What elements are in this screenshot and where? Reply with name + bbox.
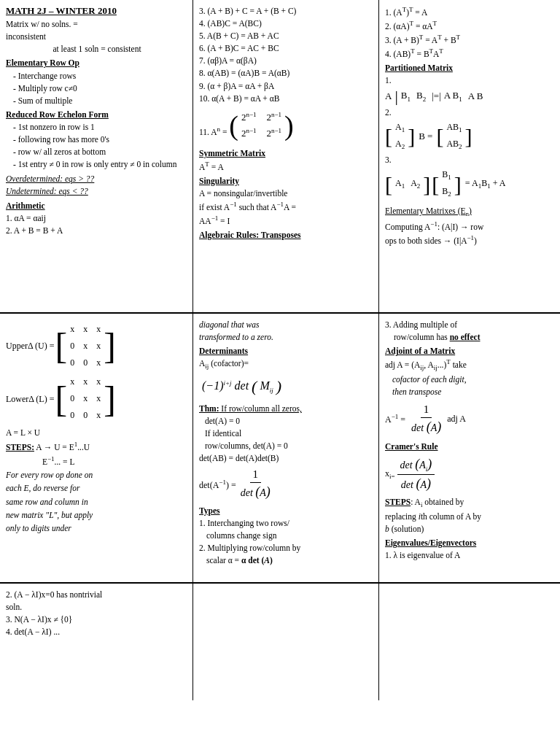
- upper-r3: 00x: [70, 355, 101, 371]
- part-label3: 3.: [385, 154, 556, 166]
- ainv-label: A−1 =: [385, 412, 405, 426]
- singularity-header: Singularity: [199, 175, 374, 187]
- elem-mat-underline: Elementary Matrixes (En): [385, 206, 472, 215]
- types-header: Types: [199, 505, 374, 516]
- new-matrix: new matrix "L", but apply: [6, 509, 188, 522]
- sym1: AT = A: [199, 160, 374, 173]
- pm1-B1: B1: [401, 89, 411, 104]
- bot1b: soln.: [6, 601, 188, 613]
- main-title: MATH 2J – WINTER 2010: [6, 4, 188, 18]
- pm2-B: B =: [419, 130, 432, 143]
- mid-section: UpperΔ (U) = [ xxx 0xx 00x ] LowerΔ (L) …: [0, 314, 560, 584]
- cramers-rule-header: Cramer's Rule: [385, 441, 556, 452]
- pm3-eq: = A1B1 + A: [465, 177, 506, 191]
- pm3-A2: A2: [411, 177, 420, 191]
- type2b: scalar α = α det (A): [199, 554, 374, 566]
- a-italic: A: [264, 556, 270, 565]
- e1-l: E−1... = L: [6, 454, 188, 468]
- upper-delta-block: UpperΔ (U) = [ xxx 0xx 00x ]: [6, 321, 188, 371]
- adj-transpose: then transpose: [385, 386, 556, 398]
- trans4: 4. (AB)T = BTAT: [385, 47, 556, 60]
- pm3-B2: B2: [442, 184, 451, 201]
- at-least: at least 1 soln = consistent: [6, 43, 188, 55]
- steps-label: STEPS:: [6, 443, 34, 452]
- sing1: A = nonsingular/invertible: [199, 187, 374, 199]
- lower-delta-block: LowerΔ (L) = [ xxx 0xx 00x ]: [6, 374, 188, 423]
- ainv-den: det (A): [408, 418, 444, 436]
- type1: 1. Interchanging two rows/: [199, 517, 374, 529]
- det-paren-l: (: [252, 377, 257, 395]
- mid-col1: UpperΔ (U) = [ xxx 0xx 00x ] LowerΔ (L) …: [0, 314, 193, 582]
- steps-u: STEPS: A → U = E1...U: [6, 440, 188, 454]
- pm3-lb2: [: [432, 174, 439, 194]
- partitioned-header: Partitioned Matrix: [385, 62, 556, 74]
- aij-cofactor: Aij (cofactor)=: [199, 357, 374, 371]
- rref4: - 1st entry ≠ 0 in row is only entry ≠ 0…: [6, 158, 188, 170]
- det-paren-r: ): [276, 377, 281, 395]
- bot-section: 2. (A − λI)x=0 has nontrivial soln. 3. N…: [0, 584, 560, 700]
- bot3: 4. det(A − λI) ...: [6, 626, 188, 638]
- determinants-header: Determinants: [199, 345, 374, 357]
- eq8: 8. α(AB) = (αA)B = A(αB): [199, 67, 374, 79]
- ainv-block: A−1 = 1 det (A) adj A: [385, 402, 556, 436]
- pm3-A1: A1: [395, 177, 405, 191]
- det-inv-num: 1: [250, 467, 262, 483]
- eigen1: 1. λ is eigenvalue of A: [385, 549, 556, 561]
- upper-r2: 0xx: [70, 338, 101, 355]
- an-r2c2: 2n−1: [266, 125, 281, 142]
- pm2-A1: A1: [395, 120, 405, 136]
- cramers-num: det (Ai): [397, 455, 435, 474]
- each-e: each E, do reverse for: [6, 482, 188, 495]
- inconsistent: inconsistent: [6, 31, 188, 42]
- upper-r1: xxx: [70, 321, 101, 338]
- matrix-no-soln: Matrix w/ no solns. =: [6, 18, 188, 30]
- pm3-B1: B1: [442, 167, 451, 184]
- pm2-lbig: [: [385, 126, 392, 146]
- overdetermined: Overdetermined: eqs > ??: [6, 173, 188, 185]
- upper-lb: [: [55, 331, 67, 360]
- sum-multiple: - Sum of multiple: [6, 95, 188, 107]
- pm1-B2: B2: [413, 89, 429, 104]
- trans1: 1. (AT)T = A: [385, 5, 556, 18]
- steps-cr: STEPS: [385, 498, 411, 506]
- part-matrix3: [ A1 A2 ] [ B1 B2 ] = A1B1 + A: [385, 167, 556, 200]
- det-inv-block: det(A−1) = 1 det (A): [199, 467, 374, 501]
- upper-rb: ]: [104, 331, 116, 360]
- b-solution: b (solution): [385, 523, 556, 535]
- alg-rules-header: Algebraic Rules: Transposes: [199, 229, 374, 241]
- part-matrix2: [ A1 A2 ] B = [ AB1 AB2 ]: [385, 120, 556, 152]
- upper-inner: xxx 0xx 00x: [68, 321, 103, 371]
- underdetermined: Undetermined: eqs < ??: [6, 185, 188, 197]
- only-to: only to digits under: [6, 522, 188, 535]
- an-inner: 2n−1 2n−1 2n−1 2n−1: [238, 109, 284, 142]
- adj-def: adj A = (Aij, Aij...)T take: [385, 357, 556, 373]
- pm2-rrbig: ]: [465, 126, 472, 146]
- pm3-B12: B1 B2: [440, 167, 453, 200]
- xi-label: xi=: [385, 468, 395, 481]
- pm3-lb: [: [385, 174, 392, 194]
- part-label1: 1.: [385, 74, 556, 86]
- eq11-block: 11. An = ( 2n−1 2n−1 2n−1 2n−1 ): [199, 107, 374, 144]
- top-section: MATH 2J – WINTER 2010 Matrix w/ no solns…: [0, 0, 560, 314]
- lower-r1: xxx: [70, 374, 101, 390]
- det-inv-label: det(A−1) =: [199, 478, 236, 492]
- sing2: if exist A−1 such that A−1A =: [199, 200, 374, 213]
- bot-col3: [379, 584, 560, 700]
- interchange-rows: - Interchange rows: [6, 70, 188, 82]
- bot-col2: [193, 584, 379, 700]
- rref1: - 1st nonzero in row is 1: [6, 121, 188, 133]
- transformed-text: transformed to a zero.: [199, 331, 374, 343]
- type2: 2. Multiplying row/column by: [199, 542, 374, 554]
- ith-col: i: [419, 512, 421, 521]
- trans2: 2. (αA)T = αAT: [385, 19, 556, 32]
- elem-mat-header: Elementary Matrixes (En): [385, 205, 556, 219]
- pm2-A2: A2: [395, 136, 405, 153]
- type1b: columns change sign: [199, 530, 374, 541]
- eq5: 5. A(B + C) = AB + AC: [199, 30, 374, 42]
- arithmetic-header: Arithmetic: [6, 200, 188, 212]
- ainv-adj: adj A: [447, 413, 466, 425]
- computing-inv: Computing A−1: (A|I) → row: [385, 220, 556, 233]
- part-label2: 2.: [385, 107, 556, 118]
- lower-delta-label: LowerΔ (L) =: [6, 392, 54, 406]
- eq9: 9. (α + β)A = αA + βA: [199, 80, 374, 92]
